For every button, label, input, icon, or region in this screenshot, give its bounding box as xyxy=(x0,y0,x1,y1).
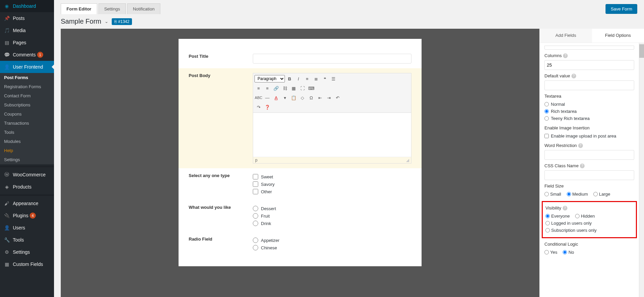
radio-option-rich-textarea[interactable]: Rich textarea xyxy=(544,108,634,115)
unlink-icon[interactable]: ⛓ xyxy=(281,84,289,92)
radio-option-everyone[interactable]: Everyone xyxy=(545,214,570,219)
radio-input[interactable] xyxy=(544,192,549,196)
css-class-input[interactable] xyxy=(544,170,634,180)
italic-icon[interactable]: I xyxy=(294,75,302,83)
strike-icon[interactable]: ABC xyxy=(254,94,263,102)
ul-icon[interactable]: ≡ xyxy=(303,75,311,83)
sidebar-sub-coupons[interactable]: Coupons xyxy=(0,109,54,119)
sidebar-sub-tools[interactable]: Tools xyxy=(0,128,54,137)
radio-option-normal[interactable]: Normal xyxy=(544,101,634,108)
radio-input[interactable] xyxy=(253,238,258,243)
help-icon[interactable]: ? xyxy=(563,53,568,58)
sidebar-item-comments[interactable]: 💬Comments1 xyxy=(0,49,54,61)
tab-notification[interactable]: Notification xyxy=(127,3,160,14)
radio-input[interactable] xyxy=(567,192,571,196)
columns-input[interactable] xyxy=(544,60,634,70)
radio-option[interactable]: Appetizer xyxy=(253,237,411,244)
radio-option-large[interactable]: Large xyxy=(593,192,610,197)
redo-icon[interactable]: ↷ xyxy=(254,103,263,111)
undo-icon[interactable]: ↶ xyxy=(333,94,342,102)
radio-input[interactable] xyxy=(544,116,549,121)
radio-input[interactable] xyxy=(544,250,549,254)
indent-icon[interactable]: ⇥ xyxy=(325,94,333,102)
default-value-input[interactable] xyxy=(544,80,634,90)
editor-body[interactable] xyxy=(253,113,411,157)
radio-input[interactable] xyxy=(253,206,258,211)
ol-icon[interactable]: ≣ xyxy=(312,75,320,83)
sidebar-sub-modules[interactable]: Modules xyxy=(0,137,54,146)
sidebar-item-woocommerce[interactable]: ⓦWooCommerce xyxy=(0,169,54,181)
tab-settings[interactable]: Settings xyxy=(99,3,126,14)
radio-option-medium[interactable]: Medium xyxy=(567,192,588,197)
sidebar-sub-help[interactable]: Help xyxy=(0,146,54,155)
radio-option[interactable]: Drink xyxy=(253,220,411,227)
radio-option-subscription-users-only[interactable]: Subscription users only xyxy=(545,228,596,233)
help-icon[interactable]: ? xyxy=(563,206,567,211)
align-left-icon[interactable]: ≡ xyxy=(254,84,263,92)
resize-grip-icon[interactable]: ◢ xyxy=(406,158,409,163)
radio-option-logged-in-users-only[interactable]: Logged in users only xyxy=(545,221,592,226)
sidebar-item-appearance[interactable]: 🖌Appearance xyxy=(0,197,54,209)
field-radio[interactable]: Radio Field AppetizerChinese xyxy=(179,232,422,256)
word-restriction-input[interactable] xyxy=(544,150,634,160)
help-icon[interactable]: ? xyxy=(578,143,583,148)
sidebar-sub-settings[interactable]: Settings xyxy=(0,155,54,164)
sidebar-sub-contact-form[interactable]: Contact Form xyxy=(0,91,54,100)
checkbox-option[interactable]: Other xyxy=(253,188,411,195)
text-color-icon[interactable]: A xyxy=(272,94,280,102)
form-id-badge[interactable]: ⎘ #1342 xyxy=(112,18,132,25)
chevron-down-icon[interactable]: ⌄ xyxy=(105,19,108,24)
more-icon[interactable]: ▦ xyxy=(290,84,298,92)
format-select[interactable]: Paragraph xyxy=(254,75,285,82)
help-icon[interactable]: ? xyxy=(571,74,576,78)
field-post-body[interactable]: Post Body Paragraph B I ≡ ≣ ❝ xyxy=(179,68,422,168)
radio-option[interactable]: Fruit xyxy=(253,212,411,220)
paste-icon[interactable]: 📋 xyxy=(290,94,298,102)
tab-form-editor[interactable]: Form Editor xyxy=(61,3,97,14)
field-select-type[interactable]: Select any one type SweetSavoryOther xyxy=(179,168,422,200)
radio-input[interactable] xyxy=(593,192,598,196)
checkbox-input[interactable] xyxy=(253,181,258,187)
radio-input[interactable] xyxy=(545,214,550,218)
radio-option[interactable]: Chinese xyxy=(253,244,411,251)
radio-input[interactable] xyxy=(563,250,567,254)
sidebar-item-settings[interactable]: ⚙Settings xyxy=(0,246,54,258)
radio-input[interactable] xyxy=(253,245,258,250)
checkbox-option[interactable]: Savory xyxy=(253,180,411,188)
radio-option-small[interactable]: Small xyxy=(544,192,561,197)
fullscreen-icon[interactable]: ⛶ xyxy=(298,84,306,92)
radio-input[interactable] xyxy=(575,214,580,218)
help-icon[interactable]: ❓ xyxy=(263,103,271,111)
save-form-button[interactable]: Save Form xyxy=(606,4,637,14)
radio-option-no[interactable]: No xyxy=(563,250,574,255)
sidebar-sub-registration-forms[interactable]: Registration Forms xyxy=(0,82,54,91)
quote-icon[interactable]: ❝ xyxy=(321,75,329,83)
sidebar-item-pages[interactable]: ▤Pages xyxy=(0,36,54,49)
tab-add-fields[interactable]: Add Fields xyxy=(540,29,592,43)
radio-input[interactable] xyxy=(544,109,549,114)
clear-format-icon[interactable]: ◇ xyxy=(298,94,306,102)
sidebar-sub-subscriptions[interactable]: Subscriptions xyxy=(0,100,54,109)
sidebar-item-tools[interactable]: 🔧Tools xyxy=(0,234,54,246)
bold-icon[interactable]: B xyxy=(286,75,294,83)
checkbox-input[interactable] xyxy=(253,174,258,179)
radio-input[interactable] xyxy=(545,221,550,225)
keyboard-icon[interactable]: ⌨ xyxy=(307,84,315,92)
sidebar-item-posts[interactable]: 📌Posts xyxy=(0,12,54,24)
radio-option-yes[interactable]: Yes xyxy=(544,250,557,255)
radio-option-hidden[interactable]: Hidden xyxy=(575,214,595,219)
align-center-icon[interactable]: ≡ xyxy=(263,84,271,92)
right-panel-scrollbar[interactable] xyxy=(639,43,644,297)
text-color-dropdown-icon[interactable]: ▾ xyxy=(281,94,289,102)
sidebar-item-products[interactable]: ◈Products xyxy=(0,181,54,193)
radio-input[interactable] xyxy=(545,228,550,232)
sidebar-item-media[interactable]: 🎵Media xyxy=(0,24,54,36)
scrollbar-thumb[interactable] xyxy=(639,44,644,58)
radio-option[interactable]: Dessert xyxy=(253,205,411,212)
link-icon[interactable]: 🔗 xyxy=(272,84,280,92)
sidebar-sub-transactions[interactable]: Transactions xyxy=(0,119,54,128)
radio-input[interactable] xyxy=(253,213,258,219)
sidebar-item-plugins[interactable]: 🔌Plugins4 xyxy=(0,209,54,222)
canvas-scroll[interactable]: Post Title Post Body Paragraph B I xyxy=(61,29,539,297)
outdent-icon[interactable]: ⇤ xyxy=(316,94,324,102)
